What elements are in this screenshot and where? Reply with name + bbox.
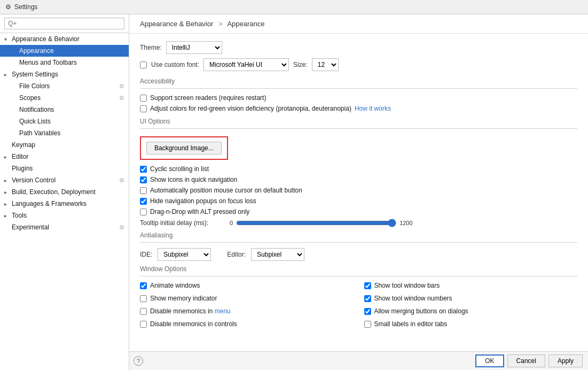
sidebar-item-appearance-behavior[interactable]: ▾Appearance & Behavior bbox=[0, 33, 129, 45]
antialiasing-row: IDE: Subpixel Greyscale None Editor: Sub… bbox=[140, 248, 577, 261]
sidebar-item-label: Appearance & Behavior bbox=[12, 35, 80, 43]
auto-mouse-label: Automatically position mouse cursor on d… bbox=[150, 187, 302, 194]
tooltip-slider[interactable] bbox=[236, 219, 396, 227]
auto-mouse-row: Automatically position mouse cursor on d… bbox=[140, 187, 577, 194]
small-labels-label: Small labels in editor tabs bbox=[374, 320, 448, 328]
sidebar-item-label: Tools bbox=[12, 212, 27, 219]
size-select[interactable]: 12 13 14 bbox=[312, 58, 339, 71]
color-deficiency-label: Adjust colors for red-green vision defic… bbox=[150, 105, 351, 112]
sidebar-item-plugins[interactable]: Plugins bbox=[0, 163, 129, 174]
sidebar-item-label: Quick Lists bbox=[19, 118, 51, 125]
show-tool-numbers-checkbox[interactable] bbox=[364, 295, 371, 302]
sidebar-item-experimental[interactable]: Experimental⚙ bbox=[0, 221, 129, 233]
custom-font-label: Use custom font: bbox=[151, 61, 199, 68]
hide-nav-checkbox[interactable] bbox=[140, 198, 147, 205]
antialiasing-title: Antialiasing bbox=[140, 232, 577, 239]
tooltip-row: Tooltip initial delay (ms): 0 1200 bbox=[140, 219, 577, 227]
title-bar: ⚙ Settings bbox=[0, 0, 588, 14]
font-select[interactable]: Microsoft YaHei UI Arial Segoe UI bbox=[203, 58, 289, 71]
ok-button[interactable]: OK bbox=[475, 354, 504, 367]
show-memory-checkbox[interactable] bbox=[140, 295, 147, 302]
disable-mnemonics-menu-row: Disable mnemonics in menu bbox=[140, 307, 354, 315]
sidebar-item-label: Keymap bbox=[12, 141, 35, 149]
gear-icon: ⚙ bbox=[119, 83, 124, 90]
cyclic-scrolling-label: Cyclic scrolling in list bbox=[150, 165, 209, 173]
background-image-wrapper: Background Image... bbox=[146, 142, 222, 155]
sidebar-item-quick-lists[interactable]: Quick Lists bbox=[0, 115, 129, 127]
show-tool-numbers-row: Show tool window numbers bbox=[364, 295, 578, 302]
sidebar-item-tools[interactable]: ▸Tools bbox=[0, 210, 129, 221]
search-input[interactable] bbox=[4, 18, 124, 29]
screen-readers-checkbox[interactable] bbox=[140, 95, 147, 102]
bottom-bar: ? OK Cancel Apply bbox=[129, 351, 588, 370]
ide-aa-select[interactable]: Subpixel Greyscale None bbox=[158, 248, 211, 261]
allow-merging-checkbox[interactable] bbox=[364, 308, 371, 315]
animate-windows-checkbox[interactable] bbox=[140, 282, 147, 289]
drag-drop-row: Drag-n-Drop with ALT pressed only bbox=[140, 208, 577, 215]
show-memory-label: Show memory indicator bbox=[150, 295, 217, 302]
apply-button[interactable]: Apply bbox=[548, 354, 583, 367]
color-deficiency-checkbox[interactable] bbox=[140, 105, 147, 112]
editor-aa-select[interactable]: Subpixel Greyscale None bbox=[251, 248, 304, 261]
gear-icon: ⚙ bbox=[119, 95, 124, 102]
show-icons-label: Show icons in quick navigation bbox=[150, 176, 237, 183]
menu-link[interactable]: menu bbox=[215, 307, 231, 315]
sidebar-item-label: Plugins bbox=[12, 165, 33, 172]
window-options-grid: Animate windows Show tool window bars Sh… bbox=[140, 282, 577, 331]
sidebar-item-build-execution[interactable]: ▸Build, Execution, Deployment bbox=[0, 186, 129, 198]
cyclic-scrolling-checkbox[interactable] bbox=[140, 166, 147, 173]
sidebar: ▾Appearance & BehaviorAppearanceMenus an… bbox=[0, 14, 129, 370]
sidebar-item-appearance[interactable]: Appearance bbox=[0, 45, 129, 57]
sidebar-item-label: Build, Execution, Deployment bbox=[12, 188, 96, 196]
sidebar-item-scopes[interactable]: Scopes⚙ bbox=[0, 92, 129, 104]
sidebar-item-keymap[interactable]: Keymap bbox=[0, 139, 129, 151]
content-area: Appearance & Behavior > Appearance Theme… bbox=[129, 14, 588, 370]
disable-mnemonics-menu-checkbox[interactable] bbox=[140, 308, 147, 315]
sidebar-item-notifications[interactable]: Notifications bbox=[0, 104, 129, 115]
chevron-icon: ▸ bbox=[4, 72, 10, 78]
drag-drop-checkbox[interactable] bbox=[140, 209, 147, 215]
show-icons-checkbox[interactable] bbox=[140, 176, 147, 183]
gear-icon: ⚙ bbox=[119, 224, 124, 231]
cancel-button[interactable]: Cancel bbox=[507, 354, 545, 367]
show-tool-bars-checkbox[interactable] bbox=[364, 282, 371, 289]
sidebar-item-file-colors[interactable]: File Colors⚙ bbox=[0, 80, 129, 92]
sidebar-item-system-settings[interactable]: ▸System Settings bbox=[0, 68, 129, 80]
background-image-button[interactable]: Background Image... bbox=[146, 142, 222, 155]
screen-readers-row: Support screen readers (requires restart… bbox=[140, 94, 577, 102]
disable-mnemonics-controls-checkbox[interactable] bbox=[140, 321, 147, 328]
disable-mnemonics-controls-label: Disable mnemonics in controls bbox=[150, 320, 237, 328]
small-labels-checkbox[interactable] bbox=[364, 321, 371, 328]
small-labels-row: Small labels in editor tabs bbox=[364, 320, 578, 328]
window-options-title: Window Options bbox=[140, 265, 577, 273]
allow-merging-label: Allow merging buttons on dialogs bbox=[374, 307, 468, 315]
sidebar-item-path-variables[interactable]: Path Variables bbox=[0, 127, 129, 139]
editor-aa-label: Editor: bbox=[227, 251, 246, 258]
disable-mnemonics-controls-row: Disable mnemonics in controls bbox=[140, 320, 354, 328]
title-text: Settings bbox=[14, 3, 37, 11]
sidebar-item-languages-frameworks[interactable]: ▸Languages & Frameworks bbox=[0, 198, 129, 210]
sidebar-item-menus-toolbars[interactable]: Menus and Toolbars bbox=[0, 57, 129, 68]
sidebar-item-version-control[interactable]: ▸Version Control⚙ bbox=[0, 174, 129, 186]
how-it-works-link[interactable]: How it works bbox=[355, 105, 391, 112]
sidebar-tree: ▾Appearance & BehaviorAppearanceMenus an… bbox=[0, 33, 129, 370]
help-button[interactable]: ? bbox=[134, 356, 143, 366]
auto-mouse-checkbox[interactable] bbox=[140, 187, 147, 194]
theme-select[interactable]: IntelliJ Darcula High contrast bbox=[166, 41, 222, 54]
chevron-icon: ▸ bbox=[4, 189, 10, 195]
custom-font-row: Use custom font: Microsoft YaHei UI Aria… bbox=[140, 58, 577, 71]
show-icons-row: Show icons in quick navigation bbox=[140, 176, 577, 183]
chevron-icon: ▾ bbox=[4, 36, 10, 42]
custom-font-checkbox[interactable] bbox=[140, 61, 147, 68]
gear-icon: ⚙ bbox=[119, 177, 124, 184]
sidebar-item-label: Path Variables bbox=[19, 129, 60, 137]
slider-container: 0 1200 bbox=[230, 219, 413, 227]
sidebar-item-label: Scopes bbox=[19, 94, 41, 102]
sidebar-item-editor[interactable]: ▸Editor bbox=[0, 151, 129, 163]
sidebar-item-label: Menus and Toolbars bbox=[19, 59, 77, 66]
sidebar-item-label: Version Control bbox=[12, 176, 56, 184]
bottom-buttons: OK Cancel Apply bbox=[475, 354, 583, 367]
breadcrumb-sep: > bbox=[218, 20, 223, 28]
sidebar-item-label: Notifications bbox=[19, 106, 54, 113]
color-deficiency-row: Adjust colors for red-green vision defic… bbox=[140, 105, 577, 112]
